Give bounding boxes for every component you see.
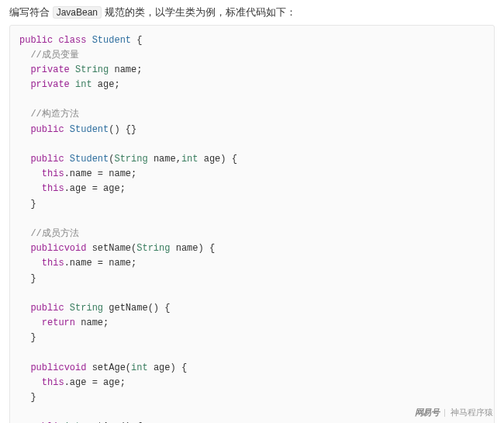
identifier: age xyxy=(98,79,115,90)
keyword: void xyxy=(64,243,87,254)
type: int xyxy=(181,154,198,165)
identifier: name xyxy=(109,168,131,179)
keyword: private xyxy=(30,79,69,90)
class-name: Student xyxy=(70,154,109,165)
keyword: this xyxy=(42,258,64,269)
identifier: age xyxy=(204,154,221,165)
identifier: name xyxy=(154,154,176,165)
keyword: public xyxy=(19,35,53,46)
keyword: return xyxy=(42,317,75,328)
identifier: name xyxy=(176,243,198,254)
footer-separator: | xyxy=(444,407,446,417)
type: int xyxy=(75,79,92,90)
class-name: Student xyxy=(70,124,109,135)
comment: //构造方法 xyxy=(30,109,78,120)
footer-watermark: 网易号 | 神马程序猿 xyxy=(415,407,493,418)
identifier: name xyxy=(81,317,103,328)
keyword: private xyxy=(30,64,69,75)
identifier: age xyxy=(154,362,171,373)
keyword: void xyxy=(64,362,87,373)
type: int xyxy=(131,362,148,373)
identifier: age xyxy=(70,377,87,388)
identifier: age xyxy=(103,183,120,194)
type: String xyxy=(75,64,109,75)
identifier: name xyxy=(114,64,136,75)
intro-suffix: 规范的类，以学生类为例，标准代码如下： xyxy=(105,6,296,18)
keyword: this xyxy=(42,377,64,388)
method-name: getName xyxy=(109,303,147,314)
keyword: this xyxy=(42,183,64,194)
identifier: age xyxy=(103,377,120,388)
code-block: public class Student { //成员变量 private St… xyxy=(9,25,495,424)
method-name: setAge xyxy=(92,362,126,373)
identifier: name xyxy=(109,258,131,269)
keyword: class xyxy=(58,35,86,46)
comment: //成员方法 xyxy=(30,228,78,239)
footer-author: 神马程序猿 xyxy=(450,407,493,417)
javabean-badge: JavaBean xyxy=(53,6,102,19)
keyword: public xyxy=(30,243,64,254)
footer-brand: 网易号 xyxy=(415,407,440,417)
intro-text: 编写符合 JavaBean 规范的类，以学生类为例，标准代码如下： xyxy=(0,0,504,23)
identifier: name xyxy=(70,168,92,179)
method-name: setName xyxy=(92,243,131,254)
class-name: Student xyxy=(92,35,131,46)
comment: //成员变量 xyxy=(30,50,78,61)
identifier: age xyxy=(70,183,87,194)
type: String xyxy=(114,154,147,165)
type: String xyxy=(136,243,170,254)
keyword: public xyxy=(30,303,64,314)
keyword: public xyxy=(30,124,64,135)
keyword: public xyxy=(30,154,64,165)
intro-prefix: 编写符合 xyxy=(9,6,50,18)
identifier: name xyxy=(70,258,92,269)
keyword: this xyxy=(42,168,64,179)
keyword: public xyxy=(30,362,64,373)
type: String xyxy=(70,303,103,314)
